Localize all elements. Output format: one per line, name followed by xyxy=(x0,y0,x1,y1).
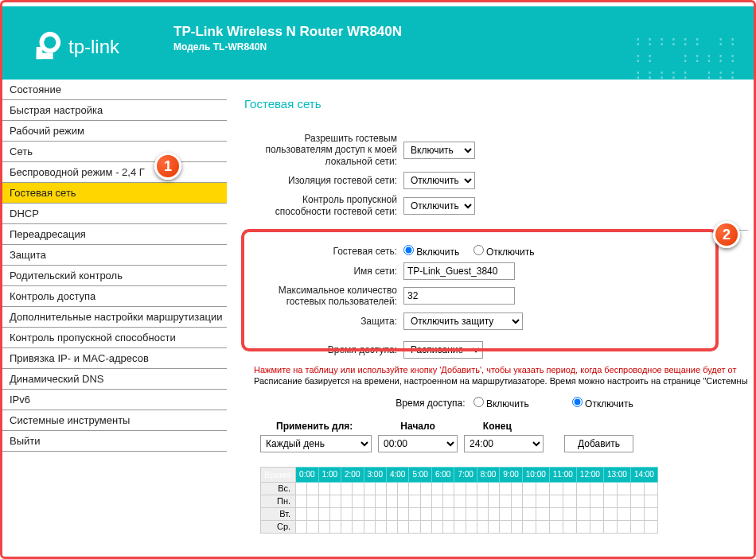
security-label: Защита: xyxy=(244,316,403,327)
access-time-label: Время доступа: xyxy=(244,344,403,355)
nav-item[interactable]: Переадресация xyxy=(0,224,227,245)
nav-item[interactable]: Быстрая настройка xyxy=(0,100,227,121)
sidebar-nav: СостояниеБыстрая настройкаРабочий режимС… xyxy=(0,80,227,559)
guest-on-radio[interactable] xyxy=(403,245,414,255)
nav-item[interactable]: DHCP xyxy=(0,204,227,224)
nav-item[interactable]: Динамический DNS xyxy=(0,369,227,390)
product-model: Модель TL-WR840N xyxy=(173,41,267,52)
access-radio-label: Время доступа: xyxy=(396,398,465,409)
nav-item[interactable]: Беспроводной режим - 2,4 Г xyxy=(0,162,227,183)
nav-item[interactable]: Защита xyxy=(0,245,227,266)
header-decor: :::::: :::: :::::::::: ::: xyxy=(633,32,740,82)
schedule-grid[interactable]: Время0:001:002:003:004:005:006:007:008:0… xyxy=(260,467,748,534)
nav-item[interactable]: Родительский контроль xyxy=(0,266,227,286)
nav-item[interactable]: Рабочий режим xyxy=(0,121,227,142)
ssid-label: Имя сети: xyxy=(244,266,403,277)
nav-item[interactable]: Контроль пропускной способности xyxy=(0,328,227,348)
nav-item[interactable]: Гостевая сеть xyxy=(0,183,227,204)
svg-rect-2 xyxy=(37,53,53,60)
start-label: Начало xyxy=(400,421,435,432)
isolation-label: Изоляция гостевой сети: xyxy=(244,175,403,186)
nav-item[interactable]: Сеть xyxy=(0,142,227,162)
marker-2: 2 xyxy=(713,221,740,248)
product-title: TP-Link Wireless N Router WR840N xyxy=(173,24,402,40)
bandwidth-label: Контроль пропускной способности гостевой… xyxy=(244,194,403,217)
access-on-radio[interactable] xyxy=(473,397,484,407)
start-select[interactable]: 00:00 xyxy=(378,435,458,452)
guest-network-label: Гостевая сеть: xyxy=(244,246,403,257)
nav-item[interactable]: Привязка IP- и MAC-адресов xyxy=(0,348,227,369)
guest-off-radio[interactable] xyxy=(473,245,484,255)
max-users-input[interactable] xyxy=(403,287,515,305)
bandwidth-select[interactable]: Отключить xyxy=(403,197,475,215)
hint-red: Нажмите на таблицу или используйте кнопк… xyxy=(254,365,748,375)
isolation-select[interactable]: Отключить xyxy=(403,172,475,189)
access-time-select[interactable]: Расписание xyxy=(403,341,483,359)
allow-local-select[interactable]: Включить xyxy=(403,142,475,159)
apply-for-label: Применить для: xyxy=(276,421,353,432)
tplink-logo-icon xyxy=(32,32,62,62)
marker-1: 1 xyxy=(154,153,181,180)
ssid-input[interactable] xyxy=(403,262,515,280)
hint-black: Расписание базируется на времени, настро… xyxy=(254,376,748,386)
header: tp-link TP-Link Wireless N Router WR840N… xyxy=(0,0,756,80)
page-title: Гостевая сеть xyxy=(244,97,748,111)
brand-text: tp-link xyxy=(68,36,119,58)
max-users-label: Максимальное количество гостевых пользов… xyxy=(244,285,403,308)
svg-point-0 xyxy=(41,34,58,51)
brand-logo: tp-link xyxy=(32,32,119,62)
content-pane: Гостевая сеть Разрешить гостевым пользов… xyxy=(227,80,756,559)
allow-local-label: Разрешить гостевым пользователям доступ … xyxy=(244,133,403,167)
access-off-radio[interactable] xyxy=(572,397,583,407)
end-label: Конец xyxy=(483,421,512,432)
nav-item[interactable]: Выйти xyxy=(0,431,227,452)
nav-item[interactable]: Состояние xyxy=(0,80,227,100)
end-select[interactable]: 24:00 xyxy=(464,435,544,452)
security-select[interactable]: Отключить защиту xyxy=(403,312,523,330)
nav-item[interactable]: Дополнительные настройки маршрутизации xyxy=(0,307,227,328)
add-button[interactable]: Добавить xyxy=(564,435,633,452)
apply-for-select[interactable]: Каждый день xyxy=(260,435,372,452)
nav-item[interactable]: Системные инструменты xyxy=(0,410,227,431)
nav-item[interactable]: IPv6 xyxy=(0,390,227,410)
nav-item[interactable]: Контроль доступа xyxy=(0,286,227,307)
